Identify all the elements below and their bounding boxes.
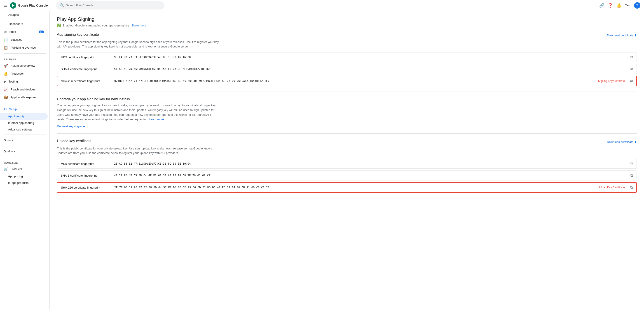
menu-icon[interactable]: ☰: [4, 3, 7, 8]
sidebar-item-label: Publishing overview: [10, 46, 36, 49]
sidebar-item-setup[interactable]: ⚙ Setup: [0, 105, 48, 113]
sidebar-item-statistics[interactable]: 📊 Statistics: [0, 36, 48, 44]
signing-md5-copy-icon[interactable]: ⧉: [630, 55, 633, 59]
back-arrow-icon: ←: [4, 13, 6, 17]
in-app-products-label: In-app products: [8, 181, 28, 184]
upload-md5-value: 2B:AD:88:02:A7:81:D9:E0:F7:C3:33:6C:60:5…: [114, 162, 627, 165]
play-console-logo-icon: [10, 2, 16, 9]
sidebar-item-label: App bundle explorer: [10, 96, 36, 99]
inbox-icon: ✉: [4, 30, 6, 34]
app-signing-cert-header: App signing key certificate Download cer…: [57, 33, 637, 38]
upload-md5-label: MD5 certificate fingerprint: [61, 162, 110, 166]
sidebar-item-products[interactable]: 🛒 Products: [0, 165, 48, 173]
statistics-icon: 📊: [4, 38, 8, 42]
signing-sha1-copy-icon[interactable]: ⧉: [630, 67, 633, 71]
publishing-icon: 📋: [4, 46, 8, 50]
divider-1: [4, 53, 46, 54]
production-icon: 🔔: [4, 72, 8, 76]
divider-upload-cert: [57, 133, 637, 134]
signing-sha256-copy-icon[interactable]: ⧉: [630, 79, 633, 83]
upload-cert-title: Upload key certificate: [57, 139, 92, 143]
signing-md5-row: MD5 certificate fingerprint 9B:E4:DD:73:…: [57, 52, 637, 62]
link-icon[interactable]: 🔗: [599, 3, 604, 8]
upload-key-tag: Upload Key Certificate: [598, 186, 625, 189]
managing-text: Google is managing your app signing key.: [75, 24, 130, 27]
top-nav-right: 🔗 ❓ 🔔 Test T: [599, 2, 640, 9]
quality-chevron-icon: ▾: [14, 149, 15, 153]
show-more-link[interactable]: Show more: [132, 24, 146, 27]
divider-3: [4, 135, 46, 135]
download-cert-button-signing[interactable]: Download certificate ⬇: [607, 34, 637, 37]
sidebar-item-reach-devices[interactable]: 📈 Reach and devices: [0, 86, 48, 93]
upload-sha256-value: 2F:7B:93:27:93:E7:82:48:AD:64:57:EE:D4:0…: [114, 186, 594, 189]
search-bar: 🔍: [56, 1, 164, 10]
sidebar-item-app-bundle[interactable]: 📦 App bundle explorer: [0, 93, 48, 101]
monetize-label: Monetize: [0, 159, 50, 165]
advanced-settings-label: Advanced settings: [8, 128, 32, 131]
sidebar-item-publishing[interactable]: 📋 Publishing overview: [0, 44, 48, 52]
sidebar-subitem-app-integrity[interactable]: App integrity: [0, 113, 48, 120]
divider-4: [4, 146, 46, 146]
setup-label: Setup: [9, 107, 17, 111]
top-nav: ☰ Google Play Console 🔍 🔗 ❓ 🔔 Test T: [0, 0, 644, 11]
upload-sha1-copy-icon[interactable]: ⧉: [630, 173, 633, 177]
sidebar-item-testing[interactable]: ▶ Testing: [0, 78, 48, 86]
search-input[interactable]: [66, 4, 161, 7]
grow-label: Grow: [4, 139, 10, 142]
upgrade-desc: You can upgrade your app signing key for…: [57, 103, 220, 122]
sidebar-item-label: Testing: [8, 80, 18, 83]
upload-sha256-row: SHA-256 certificate fingerprint 2F:7B:93…: [57, 182, 637, 193]
products-icon: 🛒: [4, 167, 8, 171]
help-icon[interactable]: ❓: [608, 3, 613, 8]
sidebar-item-releases-overview[interactable]: 🚀 Releases overview: [0, 62, 48, 70]
setup-icon: ⚙: [4, 107, 7, 111]
signing-sha1-value: 51:A2:4E:7D:55:DD:DA:8F:5B:DF:5A:F0:CA:2…: [114, 67, 627, 71]
sidebar-subitem-app-pricing[interactable]: App pricing: [0, 173, 48, 180]
sidebar-subitem-in-app-products[interactable]: In-app products: [0, 180, 48, 186]
logo: Google Play Console: [10, 2, 48, 9]
download-icon: ⬇: [634, 34, 637, 37]
bundle-icon: 📦: [4, 95, 8, 100]
upload-md5-copy-icon[interactable]: ⧉: [630, 162, 633, 166]
release-section-label: Release: [0, 55, 50, 62]
learn-more-link[interactable]: Learn more: [149, 118, 164, 121]
sidebar-item-label: Production: [10, 72, 24, 75]
sidebar-item-label: Statistics: [10, 38, 22, 41]
sidebar-item-label: Releases overview: [10, 64, 35, 67]
app-integrity-label: App integrity: [8, 115, 24, 118]
sidebar-item-production[interactable]: 🔔 Production: [0, 70, 48, 78]
upload-sha1-label: SHA-1 certificate fingerprint: [61, 174, 110, 177]
upload-sha256-label: SHA-256 certificate fingerprint: [61, 186, 111, 189]
all-apps-button[interactable]: ← All apps: [0, 11, 50, 19]
sidebar-quality-section[interactable]: Quality ▾: [0, 148, 50, 155]
upload-cert-desc: This is the public certificate for your …: [57, 146, 220, 155]
signing-key-tag: Signing Key Certiicate: [598, 79, 625, 83]
divider-upgrade: [57, 92, 637, 92]
signing-sha1-row: SHA-1 certificate fingerprint 51:A2:4E:7…: [57, 64, 637, 74]
signing-sha256-value: 02:B0:16:4A:C4:67:CF:C0:38:14:0A:CF:BD:B…: [114, 79, 594, 83]
sidebar-item-inbox[interactable]: ✉ Inbox 11: [0, 28, 48, 36]
signing-sha256-row: SHA-256 certificate fingerprint 02:B0:16…: [57, 76, 637, 86]
download-cert-label: Download certificate: [607, 34, 634, 37]
request-upgrade-link[interactable]: Request key upgrade: [57, 125, 85, 128]
upload-cert-header: Upload key certificate Download certific…: [57, 139, 637, 144]
layout: ← All apps ⊞ Dashboard ✉ Inbox 11 📊 Stat…: [0, 11, 644, 310]
enabled-check-icon: ✅: [57, 24, 61, 27]
download-cert-button-upload[interactable]: Download certificate ⬇: [607, 140, 637, 144]
sidebar-subitem-advanced-settings[interactable]: Advanced settings: [0, 126, 48, 133]
upload-sha256-copy-icon[interactable]: ⧉: [630, 185, 633, 189]
notification-icon[interactable]: 🔔: [616, 3, 622, 8]
sidebar-grow-section[interactable]: Grow ▾: [0, 137, 50, 144]
products-label: Products: [10, 167, 22, 171]
dashboard-icon: ⊞: [4, 22, 6, 26]
upload-download-icon: ⬇: [634, 140, 637, 144]
sidebar-item-dashboard[interactable]: ⊞ Dashboard: [0, 20, 48, 28]
app-pricing-label: App pricing: [8, 175, 23, 178]
avatar[interactable]: T: [634, 2, 640, 9]
logo-text: Google Play Console: [18, 4, 48, 7]
signing-sha256-label: SHA-256 certificate fingerprint: [61, 79, 111, 83]
all-apps-label: All apps: [8, 13, 19, 17]
enabled-text: Enabled: [62, 24, 74, 27]
sidebar-subitem-internal-sharing[interactable]: Internal app sharing: [0, 120, 48, 126]
quality-label: Quality: [4, 150, 13, 153]
